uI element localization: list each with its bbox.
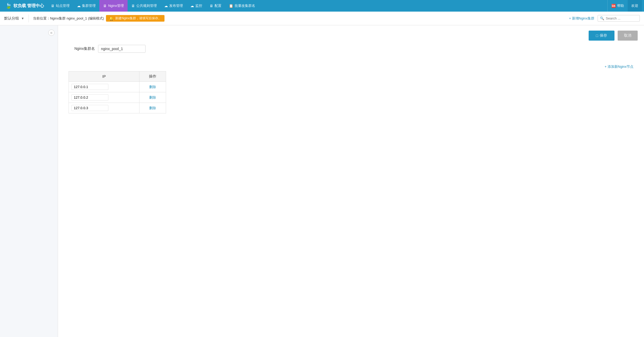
sidebar-toggle[interactable]: 默认分组 ▼: [4, 16, 24, 21]
monitor-icon: 🖥: [51, 4, 55, 8]
main-layout: « □ 保存 取消 Nginx集群名 + 添加新Nginx节点: [0, 25, 644, 337]
save-icon: □: [596, 33, 598, 38]
nav-config[interactable]: 🖥 配置: [206, 0, 225, 12]
sub-header-divider: [28, 15, 29, 22]
nav-help[interactable]: 🆘 帮助: [607, 0, 628, 12]
sub-header: 默认分组 ▼ 当前位置：Nginx集群 nginx_pool_1 (编辑模式) …: [0, 12, 644, 25]
cluster-name-input[interactable]: [98, 45, 146, 53]
nav-nginx-manage[interactable]: 🖥 Nginx管理: [99, 0, 127, 12]
monitor-icon-3: 🖥: [131, 4, 135, 8]
table-row: 删除: [69, 82, 166, 92]
nav-batch-rename[interactable]: 📋 批量改集群名: [225, 0, 259, 12]
sub-header-actions: + 新增Nginx集群 🔍: [569, 15, 640, 22]
nav-site-manage[interactable]: 🖥 站点管理: [47, 0, 73, 12]
save-label: 保存: [600, 33, 607, 38]
nav-nginx-manage-label: Nginx管理: [108, 3, 124, 8]
add-nginx-node-button[interactable]: + 添加新Nginx节点: [605, 64, 633, 69]
sidebar: «: [0, 25, 58, 337]
help-icon: 🆘: [611, 4, 616, 8]
cluster-name-row: Nginx集群名: [69, 45, 633, 53]
search-icon: 🔍: [600, 16, 604, 20]
monitor-icon-2: 🖥: [103, 4, 107, 8]
cloud-icon-1: ☁: [77, 4, 81, 8]
nav-cluster-manage-label: 集群管理: [82, 3, 96, 8]
brand: 🍃 软负载 管理中心: [2, 3, 47, 9]
table-section: + 添加新Nginx节点 IP 操作 删除: [58, 64, 644, 119]
nav-batch-rename-label: 批量改集群名: [235, 3, 255, 8]
add-nginx-cluster-button[interactable]: + 新增Nginx集群: [569, 16, 594, 21]
breadcrumb-area: 当前位置：Nginx集群 nginx_pool_1 (编辑模式) 🔔 新建Ngi…: [33, 15, 569, 22]
nav-public-rules[interactable]: 🖥 公共规则管理: [128, 0, 161, 12]
nav-monitor-label: 监控: [195, 3, 202, 8]
ip-input-2[interactable]: [71, 105, 108, 111]
nav-site-manage-label: 站点管理: [56, 3, 70, 8]
cancel-button[interactable]: 取消: [618, 31, 638, 41]
delete-button-1[interactable]: 删除: [149, 95, 156, 100]
brand-icon: 🍃: [5, 3, 12, 9]
nav-cluster-manage[interactable]: ☁ 集群管理: [73, 0, 99, 12]
nav-publish-manage-label: 发布管理: [169, 3, 183, 8]
op-cell-2: 删除: [139, 103, 166, 113]
nav-publish-manage[interactable]: ☁ 发布管理: [161, 0, 187, 12]
save-button[interactable]: □ 保存: [589, 31, 614, 41]
delete-button-0[interactable]: 删除: [149, 85, 156, 89]
collapse-sidebar-button[interactable]: «: [48, 30, 55, 36]
op-cell-0: 删除: [139, 82, 166, 92]
top-nav: 🍃 软负载 管理中心 🖥 站点管理 ☁ 集群管理 🖥 Nginx管理 🖥 公共规…: [0, 0, 644, 12]
sidebar-collapse-area: «: [0, 28, 58, 38]
nginx-table: IP 操作 删除 删除: [69, 71, 166, 113]
nav-welcome[interactable]: 欢迎: [628, 0, 642, 12]
cluster-name-label: Nginx集群名: [69, 46, 95, 51]
sidebar-label: 默认分组: [4, 16, 19, 21]
breadcrumb-notice: 🔔 新建Nginx集群，请填写后保存。: [106, 15, 164, 22]
cloud-icon-3: ☁: [190, 4, 194, 8]
ip-cell-0: [69, 82, 139, 92]
ip-input-0[interactable]: [71, 84, 108, 90]
clipboard-icon: 📋: [229, 4, 233, 8]
op-cell-1: 删除: [139, 92, 166, 103]
content-area: □ 保存 取消 Nginx集群名 + 添加新Nginx节点 IP 操作: [58, 25, 644, 337]
brand-title: 软负载 管理中心: [13, 3, 44, 9]
col-ip-header: IP: [69, 71, 139, 82]
monitor-icon-4: 🖥: [210, 4, 213, 8]
col-op-header: 操作: [139, 71, 166, 82]
delete-button-2[interactable]: 删除: [149, 106, 156, 110]
cloud-icon-2: ☁: [164, 4, 168, 8]
add-node-row: + 添加新Nginx节点: [69, 64, 633, 69]
chevron-down-icon: ▼: [21, 17, 24, 20]
form-section: Nginx集群名: [58, 45, 644, 64]
search-box: 🔍: [598, 15, 640, 22]
breadcrumb: 当前位置：Nginx集群 nginx_pool_1 (编辑模式): [33, 16, 104, 21]
nav-config-label: 配置: [215, 3, 221, 8]
search-input[interactable]: [606, 16, 637, 20]
content-toolbar: □ 保存 取消: [58, 25, 644, 45]
table-row: 删除: [69, 103, 166, 113]
nav-welcome-label: 欢迎: [631, 3, 638, 8]
nav-public-rules-label: 公共规则管理: [136, 3, 157, 8]
nav-help-label: 帮助: [617, 3, 624, 8]
table-row: 删除: [69, 92, 166, 103]
ip-cell-1: [69, 92, 139, 103]
ip-input-1[interactable]: [71, 94, 108, 100]
breadcrumb-notice-text: 新建Nginx集群，请填写后保存。: [115, 16, 161, 21]
warn-icon: 🔔: [109, 16, 114, 21]
ip-cell-2: [69, 103, 139, 113]
nav-monitor[interactable]: ☁ 监控: [187, 0, 206, 12]
